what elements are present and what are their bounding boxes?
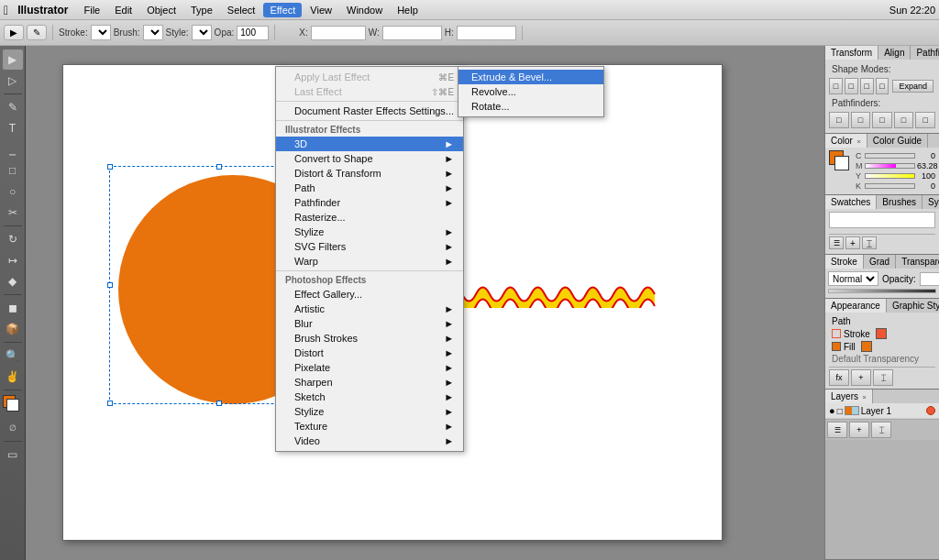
- line-tool[interactable]: ⎯: [3, 139, 23, 159]
- layer-eye-icon[interactable]: ●: [829, 405, 835, 416]
- sel-handle-ml[interactable]: [107, 282, 113, 288]
- menu-brush-strokes[interactable]: Brush Strokes ►: [276, 331, 463, 346]
- outline-btn[interactable]: □: [915, 112, 935, 128]
- tab-pathfinder[interactable]: Pathfinder×: [911, 46, 939, 60]
- brush-tool[interactable]: ✂: [3, 203, 23, 223]
- tab-stroke[interactable]: Stroke: [825, 255, 864, 269]
- style-select[interactable]: [192, 25, 212, 40]
- menu-artistic[interactable]: Artistic ►: [276, 302, 463, 316]
- menu-type[interactable]: Type: [184, 3, 219, 17]
- menu-distort-ps[interactable]: Distort ►: [276, 346, 463, 360]
- select-tool-btn[interactable]: ▶: [4, 25, 24, 40]
- direct-select-tool[interactable]: ▷: [3, 71, 23, 91]
- menu-edit[interactable]: Edit: [108, 3, 138, 17]
- trim-btn[interactable]: □: [851, 112, 871, 128]
- menu-distort-transform[interactable]: Distort & Transform ►: [276, 166, 463, 181]
- eyedropper-tool[interactable]: 📦: [3, 319, 23, 339]
- m-track[interactable]: [865, 163, 915, 169]
- sel-handle-tl[interactable]: [107, 164, 113, 170]
- color-selector[interactable]: [3, 395, 23, 415]
- pen-tool[interactable]: ✎: [3, 97, 23, 117]
- canvas-area[interactable]: Apply Last Effect ⌘E Last Effect ⇧⌘E Doc…: [26, 46, 824, 560]
- rotate-tool[interactable]: ↻: [3, 229, 23, 249]
- opacity-input[interactable]: [237, 26, 269, 40]
- menu-sketch[interactable]: Sketch ►: [276, 390, 463, 404]
- expand-btn[interactable]: Expand: [892, 80, 933, 93]
- menu-path[interactable]: Path ►: [276, 181, 463, 195]
- submenu-revolve[interactable]: Revolve...: [458, 84, 603, 99]
- w-input[interactable]: 249.333 px: [382, 26, 442, 40]
- menu-3d[interactable]: 3D ►: [276, 137, 463, 151]
- add-effect-btn[interactable]: fx: [829, 369, 849, 386]
- stroke-select[interactable]: [91, 25, 111, 40]
- minus-front-btn[interactable]: □: [845, 78, 858, 94]
- menu-svg-filters[interactable]: SVG Filters ►: [276, 239, 463, 254]
- rect-tool[interactable]: □: [3, 160, 23, 181]
- swatch-menu-btn[interactable]: ☰: [829, 236, 844, 249]
- k-track[interactable]: [865, 183, 915, 189]
- menu-effect[interactable]: Effect: [263, 3, 302, 17]
- zoom-tool[interactable]: 🔍: [3, 346, 23, 366]
- fill-row[interactable]: Fill: [829, 340, 935, 353]
- fill-stroke-indicator[interactable]: [829, 150, 853, 174]
- menu-video[interactable]: Video ►: [276, 434, 463, 448]
- menu-window[interactable]: Window: [340, 3, 389, 17]
- menu-view[interactable]: View: [304, 3, 338, 17]
- menu-texture[interactable]: Texture ►: [276, 419, 463, 434]
- brush-select[interactable]: [143, 25, 163, 40]
- tab-swatches[interactable]: Swatches: [825, 195, 877, 209]
- divide-btn[interactable]: □: [829, 112, 849, 128]
- gradient-tool[interactable]: ◼: [3, 298, 23, 318]
- menu-effect-gallery[interactable]: Effect Gallery...: [276, 287, 463, 302]
- y-track[interactable]: [865, 173, 915, 179]
- wavy-line-shape[interactable]: [448, 280, 659, 308]
- layer-lock-icon[interactable]: □: [837, 406, 843, 416]
- scale-tool[interactable]: ↦: [3, 250, 23, 270]
- menu-blur[interactable]: Blur ►: [276, 316, 463, 331]
- tab-layers[interactable]: Layers ×: [825, 390, 873, 403]
- crop-btn[interactable]: □: [894, 112, 914, 128]
- delete-swatch-btn[interactable]: ⌶: [862, 236, 877, 249]
- menu-pixelate[interactable]: Pixelate ►: [276, 360, 463, 375]
- menu-select[interactable]: Select: [221, 3, 262, 17]
- stroke-row[interactable]: Stroke: [829, 327, 935, 340]
- tab-transform[interactable]: Transform: [825, 46, 878, 60]
- submenu-rotate[interactable]: Rotate...: [458, 99, 603, 114]
- tab-align[interactable]: Align: [878, 46, 911, 60]
- tab-transparency[interactable]: Transparency ×: [896, 255, 939, 269]
- c-track[interactable]: [865, 153, 915, 159]
- tab-symbols[interactable]: Symbols ×: [922, 195, 939, 209]
- sel-handle-tm[interactable]: [216, 164, 222, 170]
- apple-logo[interactable]: : [4, 3, 8, 17]
- blend-mode-select[interactable]: Normal: [828, 271, 878, 286]
- new-layer-btn[interactable]: +: [849, 422, 869, 438]
- menu-stylize-ps[interactable]: Stylize ►: [276, 404, 463, 419]
- type-tool[interactable]: T: [3, 118, 23, 138]
- tab-grad[interactable]: Grad: [864, 255, 896, 269]
- new-swatch-btn[interactable]: +: [845, 236, 860, 249]
- unite-btn[interactable]: □: [829, 78, 843, 94]
- menu-rasterize[interactable]: Rasterize...: [276, 210, 463, 225]
- x-input[interactable]: 307.22 px: [311, 26, 366, 40]
- layer-1-row[interactable]: ● □ Layer 1: [825, 403, 939, 419]
- tab-brushes[interactable]: Brushes: [877, 195, 922, 209]
- new-ap-btn[interactable]: +: [851, 369, 871, 386]
- menu-stylize-ill[interactable]: Stylize ►: [276, 225, 463, 239]
- fill-none[interactable]: ∅: [3, 418, 23, 438]
- menu-sharpen[interactable]: Sharpen ►: [276, 375, 463, 390]
- layer-menu-btn[interactable]: ☰: [827, 422, 847, 438]
- intersect-btn[interactable]: □: [860, 78, 874, 94]
- screen-mode[interactable]: ▭: [3, 445, 23, 465]
- sel-handle-bl[interactable]: [107, 401, 113, 406]
- menu-object[interactable]: Object: [140, 3, 182, 17]
- del-ap-btn[interactable]: ⌶: [873, 369, 893, 386]
- menu-document-raster[interactable]: Document Raster Effects Settings...: [276, 104, 463, 118]
- hand-tool[interactable]: ✌: [3, 367, 23, 387]
- del-layer-btn[interactable]: ⌶: [871, 422, 891, 438]
- menu-help[interactable]: Help: [391, 3, 425, 17]
- submenu-extrude-bevel[interactable]: Extrude & Bevel...: [458, 70, 603, 84]
- opacity-value-input[interactable]: 100: [920, 272, 939, 286]
- menu-file[interactable]: File: [77, 3, 106, 17]
- tab-color-guide[interactable]: Color Guide: [867, 134, 928, 148]
- h-input[interactable]: 249.332 px: [457, 26, 516, 40]
